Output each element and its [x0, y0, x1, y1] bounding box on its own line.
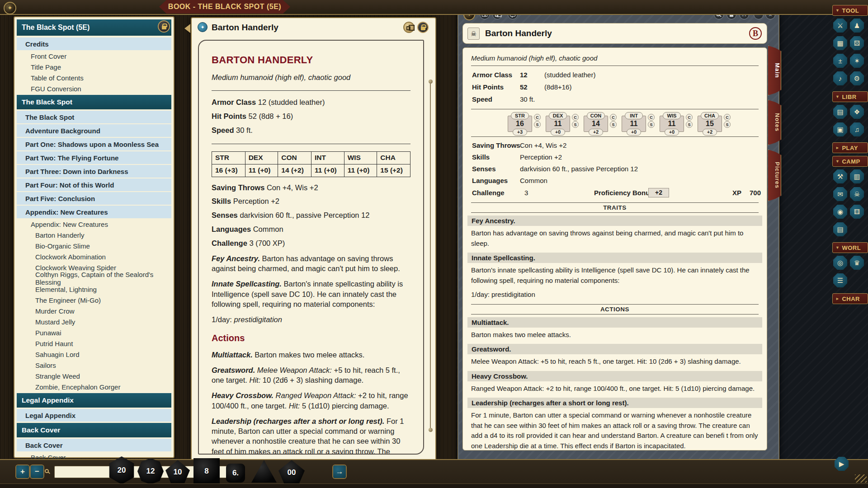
index-row-banner[interactable]: Back Cover	[17, 423, 171, 437]
party-sheet-button[interactable]: ♟	[850, 19, 864, 33]
images-button[interactable]: ▥	[850, 169, 864, 183]
proficiency-bonus-field[interactable]: +2	[648, 188, 669, 197]
index-row-item2[interactable]: Elemental, Lightning	[17, 284, 171, 295]
check-button[interactable]: C	[648, 114, 655, 121]
d6-die[interactable]: 6.	[226, 464, 245, 483]
stat-value[interactable]: 12	[520, 71, 528, 79]
index-row-item2[interactable]: Colthyn Riggs, Captain of the Sealord's …	[17, 273, 171, 284]
locations-button[interactable]: ◎	[833, 256, 847, 270]
save-button[interactable]: S	[610, 121, 617, 128]
index-row-item2[interactable]: Sailors	[17, 360, 171, 371]
copy-button[interactable]	[403, 22, 415, 33]
sidebar-section-camp[interactable]: ▼CAMP	[832, 156, 868, 167]
npc-type-button[interactable]: ☠	[467, 28, 480, 40]
encounters-button[interactable]: ▤	[833, 222, 847, 236]
lock-button[interactable]	[158, 20, 170, 33]
index-row-sub[interactable]: Back Cover	[17, 439, 171, 451]
zoom-out-button[interactable]: −	[31, 465, 43, 478]
module-badge[interactable]: B	[749, 27, 762, 40]
index-header[interactable]: The Black Spot (5E)	[17, 19, 171, 36]
sounds-button[interactable]: ♫	[850, 122, 864, 136]
book-page-header[interactable]: ✦ Barton Handerly	[192, 18, 435, 37]
collapse-index-arrow-icon[interactable]	[184, 24, 190, 33]
index-row-item[interactable]: Title Page	[17, 61, 171, 72]
ability-value-cell[interactable]: 14 (+2)	[278, 164, 311, 177]
sidebar-section-libr[interactable]: ▼LIBR	[832, 91, 868, 102]
lock-button[interactable]	[417, 22, 429, 33]
check-button[interactable]: C	[686, 114, 693, 121]
story-button[interactable]: ☰	[833, 273, 847, 287]
npcs-button[interactable]: ☠	[850, 187, 864, 201]
index-row-sub[interactable]: Part Two: The Flying Fortune	[17, 151, 171, 164]
index-row-item2[interactable]: Barton Handerly	[17, 230, 171, 240]
index-row-sub[interactable]: Legal Appendix	[17, 409, 171, 422]
index-row-sub[interactable]: Part Three: Down into Darkness	[17, 165, 171, 178]
check-button[interactable]: C	[610, 114, 617, 121]
sidebar-section-char[interactable]: ►CHAR	[832, 293, 868, 304]
dice-tower-button[interactable]: ⚄	[850, 36, 864, 50]
combat-tracker-button[interactable]: ⚔	[833, 19, 847, 33]
parcels-button[interactable]: ✉	[833, 187, 847, 201]
d4-die[interactable]	[251, 460, 277, 483]
ability-value-cell[interactable]: 15 (+2)	[377, 164, 410, 177]
items-button[interactable]: ⚒	[833, 169, 847, 183]
tables-button[interactable]: ⚅	[850, 205, 864, 219]
index-row-sub[interactable]: Part Four: Not of this World	[17, 178, 171, 191]
index-row-item2[interactable]: Bio-Organic Slime	[17, 240, 171, 251]
assets-button[interactable]: ▣	[833, 122, 847, 136]
index-row-item[interactable]: Front Cover	[17, 51, 171, 61]
entry-header[interactable]: Multiattack.	[467, 317, 762, 328]
index-row-item[interactable]: FGU Conversion	[17, 83, 171, 94]
entry-header[interactable]: Innate Spellcasting.	[467, 253, 762, 263]
d8-die[interactable]: 8	[193, 458, 220, 484]
sidebar-section-tool[interactable]: ▼TOOL	[832, 5, 868, 16]
stat-value[interactable]: 30 ft.	[520, 95, 535, 103]
ability-badge-str[interactable]: STR16+3CS	[508, 116, 532, 132]
ability-badge-wis[interactable]: WIS11+0CS	[660, 116, 684, 132]
index-row-item2[interactable]: The Engineer (Mi-Go)	[17, 295, 171, 305]
save-button[interactable]: S	[648, 121, 655, 128]
modules-button[interactable]: ❖	[850, 105, 864, 119]
check-button[interactable]: C	[724, 114, 731, 121]
quests-button[interactable]: ♛	[850, 256, 864, 270]
tab-main[interactable]: Main	[768, 46, 781, 95]
index-row-item2[interactable]: Strangle Weed	[17, 371, 171, 381]
entry-header[interactable]: Fey Ancestry.	[467, 216, 762, 226]
d12-die[interactable]: 12	[137, 458, 164, 484]
entry-header[interactable]: Greatsword.	[467, 344, 762, 354]
entry-header[interactable]: Heavy Crossbow.	[467, 371, 762, 381]
sidebar-section-worl[interactable]: ▼WORL	[832, 242, 868, 253]
effects-button[interactable]: ✶	[850, 54, 864, 68]
index-row-item[interactable]: Appendix: New Creatures	[17, 219, 171, 230]
entry-header[interactable]: Leadership (recharges after a short or l…	[467, 398, 762, 408]
index-row-item2[interactable]: Sahuagin Lord	[17, 349, 171, 360]
ability-badge-con[interactable]: CON14+2CS	[584, 116, 608, 132]
modifiers-button[interactable]: ±	[833, 54, 847, 68]
ability-badge-int[interactable]: INT11+0CS	[622, 116, 646, 132]
index-row-banner[interactable]: The Black Spot	[17, 95, 171, 109]
tab-pictures[interactable]: Pictures	[768, 150, 781, 201]
save-button[interactable]: S	[724, 121, 731, 128]
ability-badge-dex[interactable]: DEX11+0CS	[546, 116, 570, 132]
save-button[interactable]: S	[534, 121, 541, 128]
index-row-item2[interactable]: Mustard Jelly	[17, 316, 171, 327]
submit-arrow-button[interactable]: →	[333, 465, 346, 478]
index-row-sub[interactable]: Part Five: Conclusion	[17, 192, 171, 205]
check-button[interactable]: C	[572, 114, 579, 121]
index-row-item2[interactable]: Zombie, Encephalon Gorger	[17, 381, 171, 392]
index-row-item[interactable]: Table of Contents	[17, 72, 171, 83]
soundboard-button[interactable]: ♪	[833, 71, 847, 85]
index-row-banner[interactable]: Legal Appendix	[17, 393, 171, 408]
stat-value[interactable]: 52	[520, 83, 528, 91]
index-row-sub[interactable]: Credits	[17, 38, 171, 50]
index-row-item2[interactable]: Murder Crow	[17, 305, 171, 316]
index-row-sub[interactable]: The Black Spot	[17, 111, 171, 123]
save-button[interactable]: S	[572, 121, 579, 128]
check-button[interactable]: C	[534, 114, 541, 121]
currency-button[interactable]: ◉	[833, 205, 847, 219]
index-row-sub[interactable]: Appendix: New Creatures	[17, 206, 171, 218]
index-row-sub[interactable]: Adventure Background	[17, 124, 171, 137]
ability-value-cell[interactable]: 11 (+0)	[311, 164, 344, 177]
sidebar-section-play[interactable]: ►PLAY	[832, 142, 868, 153]
calendar-button[interactable]: ▦	[833, 36, 847, 50]
